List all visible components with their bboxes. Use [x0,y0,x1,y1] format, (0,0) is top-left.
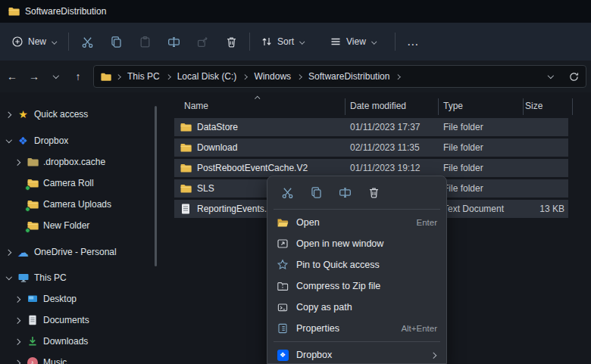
copy-icon [310,186,323,199]
scissors-icon [81,36,94,48]
sync-badge-icon [25,207,30,212]
file-row-postrebooteventcache[interactable]: PostRebootEventCache.V2 01/11/2023 19:12… [174,159,568,177]
column-divider[interactable] [438,98,439,115]
menu-item-copy-as-path[interactable]: Copy as path [270,297,443,318]
menu-item-properties[interactable]: Properties Alt+Enter [270,318,443,339]
new-button[interactable]: New [5,30,64,54]
sidebar-item-label: OneDrive - Personal [34,247,117,257]
rename-button[interactable] [159,30,188,54]
column-divider[interactable] [523,98,524,115]
trash-icon [367,186,380,199]
view-button[interactable]: View [323,30,384,54]
sidebar-item-downloads[interactable]: Downloads [0,331,168,352]
delete-button[interactable] [217,30,245,54]
sidebar-item-desktop[interactable]: Desktop [0,288,168,310]
menu-item-label: Dropbox [296,350,332,360]
column-divider[interactable] [572,98,573,115]
expand-chevron-icon[interactable] [14,359,21,364]
expand-chevron-icon[interactable] [14,338,21,345]
up-button[interactable]: ↑ [68,67,88,86]
sidebar-item-documents[interactable]: Documents [0,310,168,331]
zip-folder-icon [277,280,289,292]
paste-button[interactable] [130,30,159,54]
menu-shortcut: Enter [417,218,438,227]
sidebar-item-label: New Folder [43,220,89,231]
breadcrumb-windows[interactable]: Windows [252,71,292,82]
collapse-chevron-icon[interactable] [5,138,12,145]
expand-chevron-icon[interactable] [14,296,21,303]
expand-chevron-icon[interactable] [5,111,12,118]
column-divider[interactable] [345,98,346,115]
sidebar-item-label: Desktop [43,294,77,304]
sidebar-scrollbar[interactable] [155,106,157,266]
menu-item-open-new-window[interactable]: Open in new window [270,233,443,254]
sidebar-item-music[interactable]: ♪ Music [0,352,168,364]
synced-folder-icon [26,219,39,232]
delete-button[interactable] [361,181,386,204]
expand-chevron-icon[interactable] [14,317,21,324]
file-row-download[interactable]: Download 02/11/2023 11:35 File folder [174,138,568,157]
sort-button[interactable]: Sort [254,30,312,54]
tab-title: SoftwareDistribution [25,6,106,17]
folder-icon [100,71,111,82]
sort-button-label: Sort [277,36,294,47]
menu-item-dropbox[interactable]: ❖ Dropbox [270,344,443,364]
breadcrumb-softwaredistribution[interactable]: SoftwareDistribution [307,71,391,82]
sidebar-item-new-folder[interactable]: New Folder [0,215,168,236]
ellipsis-icon: … [407,35,421,48]
expand-chevron-icon[interactable] [5,249,12,256]
sidebar-item-onedrive[interactable]: ☁ OneDrive - Personal [0,241,168,263]
menu-divider [274,341,440,342]
sidebar-item-quick-access[interactable]: ★ Quick access [0,104,168,125]
collapse-chevron-icon[interactable] [5,275,12,282]
address-dropdown-icon[interactable] [547,73,554,80]
file-row-datastore[interactable]: DataStore 01/11/2023 17:37 File folder [174,118,568,136]
share-button[interactable] [188,30,217,54]
see-more-button[interactable]: … [399,30,428,54]
column-header-name[interactable]: Name [184,101,208,111]
column-header-size[interactable]: Size [525,101,543,111]
cut-button[interactable] [275,181,299,204]
context-menu-quick-actions [270,179,443,207]
command-toolbar: New Sort [0,23,591,61]
menu-item-compress-zip[interactable]: Compress to Zip file [270,275,443,297]
sync-badge-icon [25,228,30,233]
forward-button[interactable]: → [24,67,44,86]
file-list-header: Name Date modified Type Size [174,98,583,115]
file-type: File folder [443,183,483,194]
back-arrow-icon: ← [7,70,17,82]
expand-chevron-icon[interactable] [14,159,21,166]
breadcrumb-chevron-icon [396,73,402,79]
recent-locations-button[interactable] [46,67,66,86]
title-bar: SoftwareDistribution [0,0,591,23]
dropbox-icon: ❖ [17,135,30,148]
sidebar-item-this-pc[interactable]: This PC [0,267,168,288]
menu-item-label: Open in new window [296,238,383,249]
breadcrumb-local-disk-c[interactable]: Local Disk (C:) [176,71,239,82]
sort-arrows-icon [261,36,273,48]
sidebar-item-label: Dropbox [34,135,68,146]
column-header-type[interactable]: Type [443,101,463,111]
back-button[interactable]: ← [2,67,22,86]
column-header-date[interactable]: Date modified [350,101,406,111]
rename-button[interactable] [333,181,357,204]
sidebar-item-label: Documents [43,315,89,325]
address-bar-row: ← → ↑ This PC Local Disk (C:) Windows So… [0,61,591,92]
breadcrumb-this-pc[interactable]: This PC [126,71,161,82]
menu-item-pin-quick-access[interactable]: Pin to Quick access [270,254,443,275]
menu-shortcut: Alt+Enter [401,324,437,333]
copy-button[interactable] [102,30,130,54]
sidebar-item-dropbox-cache[interactable]: .dropbox.cache [0,151,168,173]
menu-item-open[interactable]: Open Enter [270,212,443,233]
explorer-tab[interactable]: SoftwareDistribution [0,0,117,23]
sidebar-item-dropbox[interactable]: ❖ Dropbox [0,130,168,151]
file-name: DataStore [197,122,238,132]
address-breadcrumb-bar[interactable]: This PC Local Disk (C:) Windows Software… [93,65,586,88]
cut-button[interactable] [73,30,102,54]
chevron-down-icon [371,39,377,45]
refresh-icon[interactable] [568,71,580,82]
copy-button[interactable] [304,181,328,204]
sidebar-item-camera-roll[interactable]: Camera Roll [0,173,168,194]
sidebar-item-label: Quick access [34,109,88,120]
sidebar-item-camera-uploads[interactable]: Camera Uploads [0,194,168,215]
